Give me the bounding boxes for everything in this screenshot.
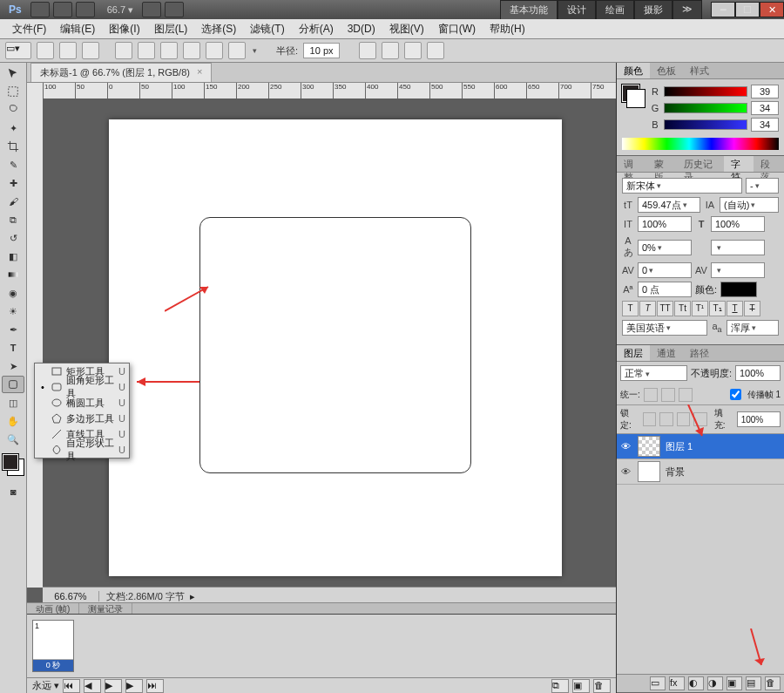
color-swatches[interactable] bbox=[3, 454, 24, 475]
tool-dodge[interactable]: ☀ bbox=[2, 302, 24, 320]
opt-combine-2[interactable] bbox=[382, 42, 399, 59]
menu-3d[interactable]: 3D(D) bbox=[341, 20, 382, 37]
tool-type[interactable]: T bbox=[2, 339, 24, 357]
char-size[interactable]: 459.47点▾ bbox=[638, 197, 700, 213]
tb-bridge-icon[interactable] bbox=[30, 2, 50, 17]
tl-prev-icon[interactable]: ◀ bbox=[84, 679, 101, 693]
tool-clone[interactable]: ⧉ bbox=[2, 211, 24, 228]
slider-g[interactable] bbox=[664, 103, 747, 113]
ly-mask-icon[interactable]: ◐ bbox=[688, 676, 704, 690]
btn-allcaps[interactable]: TT bbox=[657, 301, 673, 316]
tab-adjust[interactable]: 调整 bbox=[617, 156, 647, 172]
opt-roundrect-icon[interactable] bbox=[138, 42, 155, 59]
opt-combine-4[interactable] bbox=[427, 42, 444, 59]
fill-value[interactable]: 100% bbox=[737, 411, 781, 427]
tab-character[interactable]: 字符 bbox=[724, 156, 754, 172]
flyout-roundrect[interactable]: •圆角矩形工具U bbox=[35, 379, 129, 395]
tab-swatches[interactable]: 色板 bbox=[650, 63, 683, 78]
fg-color-swatch[interactable] bbox=[3, 454, 18, 470]
tool-eraser[interactable]: ◧ bbox=[2, 248, 24, 265]
tab-history[interactable]: 历史记录 bbox=[677, 156, 723, 172]
tb-mb-icon[interactable] bbox=[53, 2, 72, 17]
layer-thumb[interactable] bbox=[638, 461, 660, 482]
menu-image[interactable]: 图像(I) bbox=[102, 19, 146, 39]
ws-photo[interactable]: 摄影 bbox=[634, 0, 672, 19]
canvas-area[interactable] bbox=[43, 99, 616, 588]
menu-view[interactable]: 视图(V) bbox=[382, 19, 431, 39]
opt-rect-icon[interactable] bbox=[115, 42, 132, 59]
tab-paragraph[interactable]: 段落 bbox=[754, 156, 784, 172]
opt-shape-extra[interactable]: ▾ bbox=[253, 46, 257, 55]
tl-delete-icon[interactable]: 🗑 bbox=[593, 679, 611, 693]
opt-line-icon[interactable] bbox=[206, 42, 223, 59]
propagate-check[interactable] bbox=[730, 389, 741, 400]
unify-vis-icon[interactable] bbox=[661, 388, 675, 402]
opt-shape-layers[interactable] bbox=[37, 42, 54, 59]
tool-move[interactable] bbox=[2, 65, 24, 82]
blend-mode[interactable]: 正常▾ bbox=[620, 365, 687, 381]
frame-duration[interactable]: 0 秒 bbox=[33, 660, 73, 671]
char-baseline[interactable]: 0 点 bbox=[638, 282, 692, 297]
btn-strike[interactable]: T bbox=[744, 301, 760, 316]
tl-tween-icon[interactable]: ⧉ bbox=[551, 679, 569, 693]
char-color-swatch[interactable] bbox=[720, 282, 757, 297]
char-font[interactable]: 新宋体▾ bbox=[622, 178, 742, 194]
tool-hand[interactable]: ✋ bbox=[2, 412, 24, 430]
ws-more[interactable]: ≫ bbox=[672, 0, 702, 19]
flyout-ellipse[interactable]: 椭圆工具U bbox=[35, 395, 129, 411]
menu-help[interactable]: 帮助(H) bbox=[483, 19, 532, 39]
tab-color[interactable]: 颜色 bbox=[617, 63, 650, 78]
char-av[interactable]: ▾ bbox=[711, 262, 765, 278]
color-preview[interactable] bbox=[622, 85, 645, 107]
eye-icon[interactable]: 👁 bbox=[617, 466, 634, 477]
slider-r[interactable] bbox=[664, 86, 747, 97]
opt-paths[interactable] bbox=[59, 42, 77, 59]
opt-combine-1[interactable] bbox=[359, 42, 376, 59]
menu-filter[interactable]: 滤镜(T) bbox=[243, 19, 291, 39]
flyout-custom[interactable]: 自定形状工具U bbox=[35, 442, 129, 458]
tb-view-icon[interactable] bbox=[76, 2, 95, 17]
ruler-horizontal[interactable]: 1005005010015020025030035040045050055060… bbox=[43, 83, 616, 99]
lock-paint-icon[interactable] bbox=[659, 412, 672, 426]
eye-icon[interactable]: 👁 bbox=[617, 441, 634, 452]
tab-measurement[interactable]: 测量记录 bbox=[79, 603, 132, 614]
status-docsize[interactable]: 文档:2.86M/0 字节 bbox=[99, 590, 185, 603]
window-max[interactable]: ☐ bbox=[735, 2, 760, 17]
document-tab-close[interactable]: × bbox=[197, 66, 202, 79]
menu-select[interactable]: 选择(S) bbox=[194, 19, 243, 39]
ws-paint[interactable]: 绘画 bbox=[596, 0, 634, 19]
value-b[interactable]: 34 bbox=[751, 118, 779, 132]
ly-delete-icon[interactable]: 🗑 bbox=[765, 676, 781, 690]
tab-paths[interactable]: 路径 bbox=[683, 345, 716, 361]
char-aa[interactable]: 浑厚▾ bbox=[727, 320, 779, 336]
title-zoom[interactable]: 66.7 ▾ bbox=[107, 4, 133, 16]
tl-next-icon[interactable]: ▶ bbox=[125, 679, 143, 693]
menu-analysis[interactable]: 分析(A) bbox=[292, 19, 341, 39]
tool-3d[interactable]: ◫ bbox=[2, 394, 24, 411]
btn-bold[interactable]: T bbox=[622, 301, 639, 316]
tool-lasso[interactable] bbox=[2, 101, 24, 119]
layer-name[interactable]: 背景 bbox=[664, 465, 784, 479]
layer-row[interactable]: 👁背景 bbox=[617, 459, 784, 485]
tab-channels[interactable]: 通道 bbox=[650, 345, 683, 361]
tab-layers[interactable]: 图层 bbox=[617, 345, 650, 361]
opt-custom-icon[interactable] bbox=[228, 42, 246, 59]
tb-screen-icon[interactable] bbox=[165, 2, 184, 17]
window-min[interactable]: ━ bbox=[711, 2, 735, 17]
tool-zoom[interactable]: 🔍 bbox=[2, 431, 24, 448]
ws-design[interactable]: 设计 bbox=[558, 0, 596, 19]
slider-b[interactable] bbox=[664, 119, 747, 130]
opt-radius-value[interactable]: 10 px bbox=[303, 43, 340, 58]
tool-blur[interactable]: ◉ bbox=[2, 284, 24, 302]
tool-eyedropper[interactable]: ✎ bbox=[2, 156, 24, 173]
rounded-rectangle-shape[interactable] bbox=[199, 217, 471, 473]
btn-smallcaps[interactable]: Tt bbox=[674, 301, 691, 316]
btn-italic[interactable]: T bbox=[639, 301, 656, 316]
tl-newframe-icon[interactable]: ▣ bbox=[572, 679, 590, 693]
window-close[interactable]: ✕ bbox=[760, 2, 784, 17]
animation-frame[interactable]: 1 0 秒 bbox=[32, 620, 74, 672]
opt-tool-preset[interactable]: ▭▾ bbox=[5, 42, 31, 59]
tab-mask[interactable]: 蒙版 bbox=[647, 156, 678, 172]
char-hscale[interactable]: 100% bbox=[711, 216, 765, 232]
ws-essentials[interactable]: 基本功能 bbox=[500, 0, 558, 19]
